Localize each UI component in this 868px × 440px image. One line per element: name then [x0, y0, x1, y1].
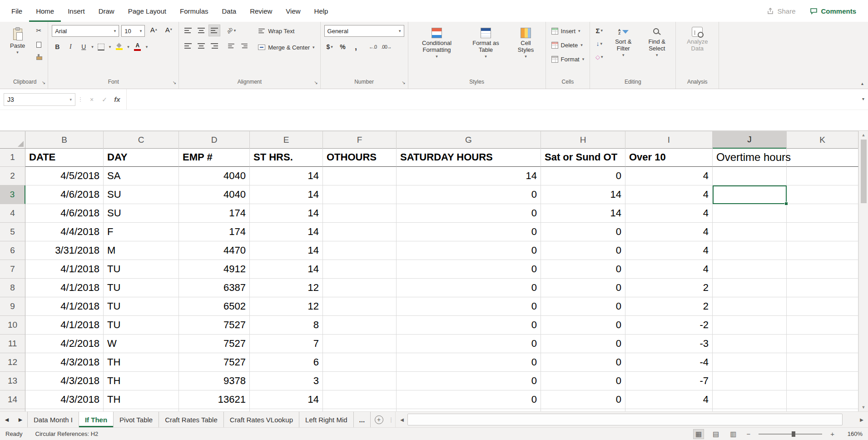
cell-E14[interactable]: 14 [250, 390, 323, 409]
cell-J14[interactable] [713, 390, 787, 409]
cell-K5[interactable] [787, 223, 858, 241]
sheet-nav-right-icon[interactable]: ▶ [14, 412, 27, 427]
comments-button[interactable]: Comments [804, 5, 862, 17]
row-header-11[interactable]: 11 [0, 335, 25, 353]
cell-J10[interactable] [713, 316, 787, 335]
cell-B13[interactable]: 4/3/2018 [25, 372, 104, 390]
sheet-tab-craft-rates-vlookup[interactable]: Craft Rates VLookup [224, 412, 299, 427]
column-header-F[interactable]: F [323, 131, 397, 149]
analyze-data-button[interactable]: Analyze Data [680, 25, 715, 52]
cell-F2[interactable] [323, 167, 397, 185]
cell-G3[interactable]: 0 [397, 185, 541, 204]
cell-J11[interactable] [713, 335, 787, 353]
enter-button[interactable]: ✓ [98, 93, 111, 106]
column-header-E[interactable]: E [250, 131, 323, 149]
cell-I13[interactable]: -7 [625, 372, 713, 390]
cell-J7[interactable] [713, 260, 787, 279]
decrease-font-size-button[interactable]: A ▾ [162, 25, 175, 36]
cell-G10[interactable]: 0 [397, 316, 541, 335]
delete-cells-button[interactable]: Delete ▾ [550, 39, 586, 51]
paste-button[interactable]: Paste ▾ [5, 25, 30, 55]
normal-view-button[interactable]: ▦ [694, 430, 704, 439]
row-header-14[interactable]: 14 [0, 390, 25, 409]
column-header-D[interactable]: D [179, 131, 250, 149]
cell-E13[interactable]: 3 [250, 372, 323, 390]
cell-B1[interactable]: DATE [25, 148, 104, 167]
cell-D14[interactable]: 13621 [179, 390, 250, 409]
cell-H6[interactable]: 0 [541, 241, 625, 260]
conditional-formatting-button[interactable]: Conditional Formatting ▾ [412, 25, 462, 59]
cell-D4[interactable]: 174 [179, 204, 250, 223]
cell-G9[interactable]: 0 [397, 297, 541, 316]
share-button[interactable]: Share [761, 5, 801, 17]
cell-C1[interactable]: DAY [104, 148, 179, 167]
cell-G4[interactable]: 0 [397, 204, 541, 223]
cell-F9[interactable] [323, 297, 397, 316]
cell-E8[interactable]: 12 [250, 279, 323, 297]
underline-button[interactable]: U [78, 41, 89, 52]
cell-C2[interactable]: SA [104, 167, 179, 185]
fill-color-button[interactable] [113, 41, 125, 52]
cell-B6[interactable]: 3/31/2018 [25, 241, 104, 260]
italic-button[interactable]: I [65, 41, 76, 52]
cell-B7[interactable]: 4/1/2018 [25, 260, 104, 279]
number-dialog-launcher-icon[interactable]: ↘ [402, 80, 405, 85]
cell-H3[interactable]: 14 [541, 185, 625, 204]
cell-J12[interactable] [713, 353, 787, 372]
cell-H7[interactable]: 0 [541, 260, 625, 279]
cell-K12[interactable] [787, 353, 858, 372]
cell-C12[interactable]: TH [104, 353, 179, 372]
name-box[interactable]: J3 ▾ [4, 93, 75, 106]
percent-style-button[interactable]: % [337, 41, 348, 52]
cell-K13[interactable] [787, 372, 858, 390]
align-right-button[interactable] [209, 40, 220, 51]
cell-F6[interactable] [323, 241, 397, 260]
zoom-slider-thumb[interactable] [792, 431, 795, 437]
cell-C7[interactable]: TU [104, 260, 179, 279]
autosum-button[interactable]: Σ ▾ [594, 25, 605, 36]
cell-K10[interactable] [787, 316, 858, 335]
row-header-2[interactable]: 2 [0, 167, 25, 185]
cell-H1[interactable]: Sat or Sund OT [541, 148, 625, 167]
cell-E6[interactable]: 14 [250, 241, 323, 260]
cell-D8[interactable]: 6387 [179, 279, 250, 297]
format-cells-button[interactable]: Format ▾ [550, 53, 586, 65]
cell-K1[interactable] [787, 148, 858, 167]
menu-tab-home[interactable]: Home [29, 0, 61, 22]
vertical-scroll-thumb[interactable] [861, 140, 867, 203]
horizontal-scroll-thumb[interactable] [407, 414, 843, 425]
cell-K7[interactable] [787, 260, 858, 279]
cell-F7[interactable] [323, 260, 397, 279]
cell-K2[interactable] [787, 167, 858, 185]
cell-D10[interactable]: 7527 [179, 316, 250, 335]
cell-J2[interactable] [713, 167, 787, 185]
cell-G7[interactable]: 0 [397, 260, 541, 279]
cell-I1[interactable]: Over 10 [625, 148, 713, 167]
row-header-9[interactable]: 9 [0, 297, 25, 316]
cell-F4[interactable] [323, 204, 397, 223]
expand-formula-bar-icon[interactable]: ▾ [862, 96, 864, 101]
decrease-indent-button[interactable] [226, 40, 237, 51]
decrease-decimal-button[interactable]: .00→ [381, 41, 392, 52]
merge-center-button[interactable]: Merge & Center ▾ [256, 41, 316, 53]
middle-align-button[interactable] [196, 25, 207, 36]
find-select-button[interactable]: Find & Select ▾ [642, 25, 672, 57]
menu-tab-data[interactable]: Data [215, 0, 243, 22]
cell-B8[interactable]: 4/1/2018 [25, 279, 104, 297]
font-color-button[interactable]: A [132, 41, 144, 52]
increase-indent-button[interactable] [239, 40, 250, 51]
sheet-tab-data-month-i[interactable]: Data Month I [27, 412, 79, 427]
zoom-in-button[interactable]: + [829, 430, 835, 438]
cell-B11[interactable]: 4/2/2018 [25, 335, 104, 353]
cell-E10[interactable]: 8 [250, 316, 323, 335]
cell-E5[interactable]: 14 [250, 223, 323, 241]
cut-button[interactable]: ✂ [33, 25, 44, 36]
chevron-down-icon[interactable]: ▾ [91, 45, 94, 49]
row-header-4[interactable]: 4 [0, 204, 25, 223]
menu-tab-draw[interactable]: Draw [92, 0, 121, 22]
cell-F10[interactable] [323, 316, 397, 335]
increase-font-size-button[interactable]: A ▴ [147, 25, 160, 36]
menu-tab-formulas[interactable]: Formulas [173, 0, 215, 22]
format-painter-button[interactable] [33, 51, 44, 62]
vertical-scrollbar[interactable]: ▲ ▼ [858, 131, 868, 411]
